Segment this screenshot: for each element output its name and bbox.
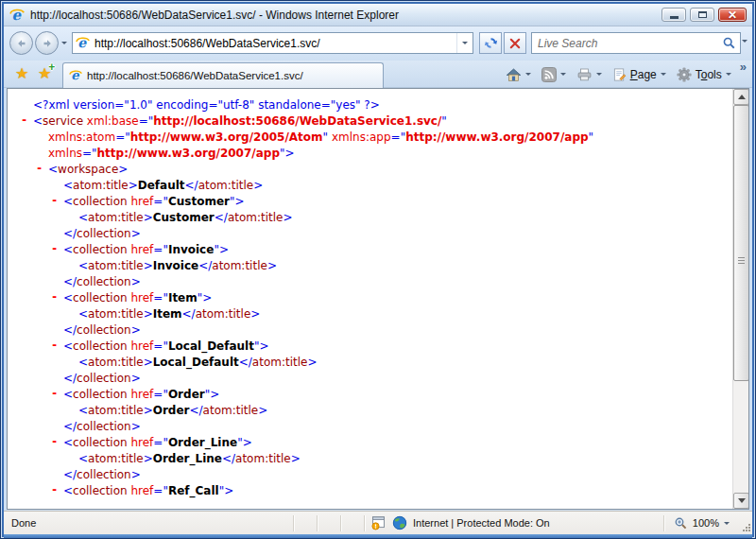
xml-line: -<collection href="Ref_Call">	[8, 483, 732, 499]
feeds-button[interactable]	[540, 65, 568, 84]
collapse-toggle[interactable]: -	[51, 290, 58, 304]
xml-line: -<workspace>	[8, 162, 732, 178]
plus-icon: +	[48, 61, 55, 74]
page-alert-icon[interactable]	[370, 515, 387, 530]
scrollbar-thumb[interactable]	[733, 105, 749, 381]
address-dropdown[interactable]	[456, 33, 472, 53]
chevron-overflow-icon: »	[740, 60, 747, 74]
xml-line: <atom:title>Default</atom:title>	[8, 178, 732, 194]
zoom-dropdown[interactable]	[724, 522, 730, 525]
zoom-level: 100%	[693, 517, 719, 529]
page-icon	[612, 67, 627, 82]
xml-line: -<collection href="Invoice">	[8, 242, 732, 258]
xml-line: -<collection href="Local_Default">	[8, 339, 732, 355]
resize-grip[interactable]	[739, 512, 752, 534]
navigation-bar: e	[4, 26, 752, 61]
address-input[interactable]	[93, 37, 456, 50]
collapse-toggle[interactable]: -	[51, 435, 58, 448]
arrow-down-icon	[738, 498, 746, 503]
close-button[interactable]: ✕	[718, 8, 747, 22]
tools-menu-button[interactable]: Tools	[675, 65, 733, 84]
page-content: <?xml version="1.0" encoding="utf-8" sta…	[7, 88, 749, 510]
search-box[interactable]	[531, 32, 741, 54]
window-title: http://localhost:50686/WebDataService1.s…	[30, 9, 662, 22]
page-menu-button[interactable]: Page	[610, 65, 668, 84]
status-bar: Done	[4, 511, 752, 534]
chevron-down-icon	[462, 42, 468, 44]
security-zone-text: Internet | Protected Mode: On	[413, 517, 559, 529]
xml-line: <atom:title>Local_Default</atom:title>	[8, 355, 732, 371]
collapse-toggle[interactable]: -	[51, 242, 58, 255]
toolbar-overflow-button[interactable]: »	[740, 61, 747, 74]
search-input[interactable]	[536, 36, 722, 51]
status-text: Done	[4, 517, 293, 529]
xml-line: -<collection href="Customer">	[8, 194, 732, 210]
print-button[interactable]	[575, 65, 604, 84]
favorites-center-button[interactable]: ★	[15, 64, 28, 82]
status-pane	[294, 512, 317, 534]
tab-title: http://localhost:50686/WebDataService1.s…	[87, 70, 303, 81]
add-favorite-button[interactable]: ★+	[38, 64, 51, 82]
window-frame: e http://localhost:50686/WebDataService1…	[2, 2, 754, 537]
xml-line: </collection>	[8, 419, 732, 435]
print-dropdown[interactable]	[596, 73, 602, 76]
page-menu-label: Page	[630, 68, 657, 81]
xml-line: <atom:title>Item</atom:title>	[8, 306, 732, 322]
address-bar[interactable]: e	[72, 32, 473, 54]
tab-favicon-ie-icon: e	[69, 69, 82, 82]
home-button[interactable]	[504, 65, 533, 84]
close-icon: ✕	[728, 9, 737, 21]
collapse-toggle[interactable]: -	[36, 162, 43, 175]
xml-line: </collection>	[8, 322, 732, 339]
maximize-icon	[698, 11, 707, 18]
xml-document: <?xml version="1.0" encoding="utf-8" sta…	[8, 89, 732, 509]
zoom-control[interactable]: 100%	[664, 516, 739, 530]
search-dropdown[interactable]	[742, 40, 747, 43]
collapse-toggle[interactable]: -	[51, 387, 58, 400]
xml-line: </collection>	[8, 226, 732, 242]
maximize-button[interactable]	[690, 8, 714, 22]
status-pane	[341, 512, 364, 534]
minimize-button[interactable]	[662, 8, 686, 22]
xml-line: </collection>	[8, 467, 732, 483]
collapse-toggle[interactable]: -	[51, 483, 58, 496]
minimize-icon	[670, 16, 679, 19]
command-bar: Page Tools »	[504, 61, 747, 88]
xml-line: <atom:title>Order</atom:title>	[8, 403, 732, 419]
collapse-toggle[interactable]: -	[51, 339, 58, 352]
collapse-toggle[interactable]: -	[21, 113, 27, 127]
printer-icon	[576, 67, 593, 82]
stop-button[interactable]	[504, 32, 526, 54]
xml-line: xmlns:atom="http://www.w3.org/2005/Atom"…	[8, 130, 732, 146]
history-dropdown[interactable]	[61, 42, 67, 44]
refresh-button[interactable]	[479, 32, 502, 54]
gear-icon	[677, 67, 692, 82]
collapse-toggle[interactable]: -	[51, 194, 58, 207]
arrow-up-icon	[738, 95, 746, 99]
title-bar[interactable]: e http://localhost:50686/WebDataService1…	[4, 4, 752, 26]
xml-line: -<collection href="Order">	[8, 387, 732, 403]
favorites-star-icon: ★	[15, 65, 28, 81]
tab-active[interactable]: e http://localhost:50686/WebDataService1…	[62, 62, 384, 88]
home-dropdown[interactable]	[525, 73, 531, 76]
search-icon[interactable]	[722, 36, 736, 50]
home-icon	[506, 67, 522, 82]
page-dropdown[interactable]	[661, 73, 666, 76]
globe-icon[interactable]	[392, 515, 407, 530]
xml-line: <?xml version="1.0" encoding="utf-8" sta…	[8, 97, 732, 113]
scroll-down-button[interactable]	[733, 493, 749, 509]
xml-line: <atom:title>Order_Line</atom:title>	[8, 451, 732, 467]
xml-line: </collection>	[8, 371, 732, 387]
xml-line: -<service xml:base="http://localhost:506…	[8, 113, 732, 130]
forward-button[interactable]	[35, 31, 59, 55]
scroll-up-button[interactable]	[733, 89, 749, 105]
tab-bar: ★ ★+ e http://localhost:50686/WebDataSer…	[4, 61, 752, 88]
tools-dropdown[interactable]	[726, 73, 731, 76]
address-favicon-ie-icon: e	[76, 36, 90, 50]
xml-line: <atom:title>Invoice</atom:title>	[8, 258, 732, 274]
vertical-scrollbar[interactable]	[732, 89, 748, 509]
feeds-dropdown[interactable]	[560, 73, 566, 76]
back-button[interactable]	[9, 31, 33, 55]
xml-line: -<collection href="Item">	[8, 290, 732, 306]
xml-line: xmlns="http://www.w3.org/2007/app">	[8, 146, 732, 162]
